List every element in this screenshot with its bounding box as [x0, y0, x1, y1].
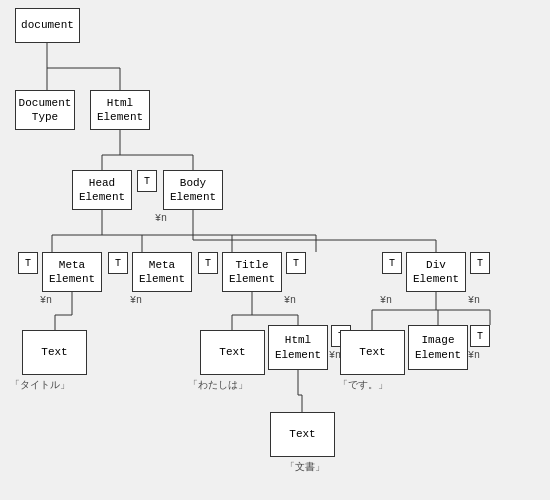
text1-node: Text [22, 330, 87, 375]
t-node-image-post: T [470, 325, 490, 347]
diagram: document DocumentType HtmlElement HeadEl… [0, 0, 550, 500]
yn-div-pre-label: ¥n [380, 295, 392, 306]
image-element-node: ImageElement [408, 325, 468, 370]
yn-body-label: ¥n [155, 213, 167, 224]
yn-meta2-label: ¥n [130, 295, 142, 306]
t-node-meta1-pre: T [18, 252, 38, 274]
meta1-node: MetaElement [42, 252, 102, 292]
title-element-node: TitleElement [222, 252, 282, 292]
label-title: 「タイトル」 [10, 378, 70, 392]
t-node-div-pre: T [382, 252, 402, 274]
label-watashi: 「わたしは」 [188, 378, 248, 392]
doctype-node: DocumentType [15, 90, 75, 130]
body-element-node: BodyElement [163, 170, 223, 210]
label-desu: 「です。」 [338, 378, 388, 392]
t-node-div-post: T [470, 252, 490, 274]
text4-node: Text [270, 412, 335, 457]
t-node-meta2-pre: T [108, 252, 128, 274]
meta2-node: MetaElement [132, 252, 192, 292]
yn-image-label: ¥n [468, 350, 480, 361]
yn-meta1-label: ¥n [40, 295, 52, 306]
head-element-node: HeadElement [72, 170, 132, 210]
label-bunsho: 「文書」 [285, 460, 325, 474]
document-node: document [15, 8, 80, 43]
div-element-node: DivElement [406, 252, 466, 292]
t-node-title-pre: T [198, 252, 218, 274]
text3-node: Text [340, 330, 405, 375]
yn-title-label: ¥n [284, 295, 296, 306]
text2-node: Text [200, 330, 265, 375]
html-element2-node: HtmlElement [268, 325, 328, 370]
yn-div-post-label: ¥n [468, 295, 480, 306]
t-node-head-body: T [137, 170, 157, 192]
html-element-node: HtmlElement [90, 90, 150, 130]
t-node-title-post: T [286, 252, 306, 274]
